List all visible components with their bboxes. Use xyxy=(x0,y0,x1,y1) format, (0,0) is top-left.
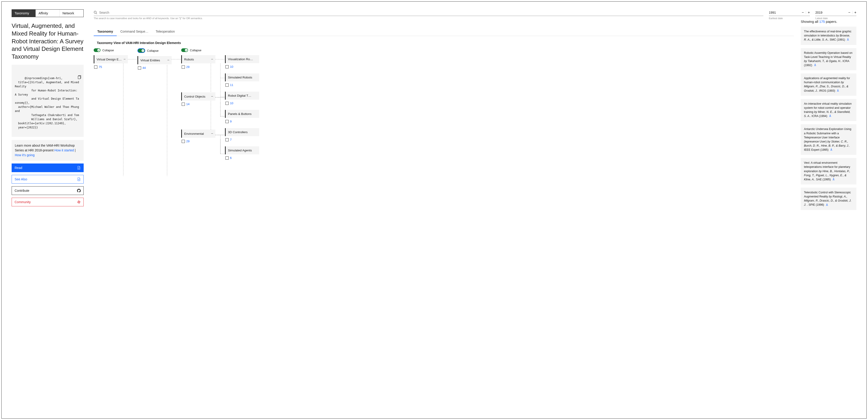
node-count[interactable]: 14 xyxy=(186,102,189,106)
checkbox[interactable] xyxy=(225,84,228,87)
page-title: Virtual, Augmented, and Mixed Reality fo… xyxy=(11,22,84,61)
paper-item[interactable]: Vevi: A virtual environment teleoperatio… xyxy=(801,158,857,184)
node-box[interactable]: Virtual Design E…− xyxy=(94,55,128,63)
subtab-taxonomy[interactable]: Taxonomy xyxy=(94,27,117,36)
subtab-teleop[interactable]: Teleoperation xyxy=(152,27,179,36)
stepper-sep xyxy=(852,11,852,14)
checkbox[interactable] xyxy=(182,65,185,69)
node-box[interactable]: Panels & Buttons xyxy=(225,110,259,118)
year-to-wrap: 2019 −+ Latest date xyxy=(815,9,857,20)
node-count[interactable]: 44 xyxy=(143,66,146,69)
node-box[interactable]: Simulated Agents xyxy=(225,146,259,154)
node-label: Environmental xyxy=(184,132,204,136)
node-count[interactable]: 29 xyxy=(186,65,189,69)
minus-icon[interactable]: − xyxy=(802,11,804,14)
paper-item[interactable]: Antarctic Undersea Exploration Using a R… xyxy=(801,124,857,155)
node-box[interactable]: Virtual Entities− xyxy=(137,56,172,64)
checkbox[interactable] xyxy=(182,102,185,106)
collapse-icon[interactable]: − xyxy=(124,57,126,61)
search-row xyxy=(94,9,764,16)
node-count[interactable]: 29 xyxy=(186,140,189,143)
node-box[interactable]: Robot Digital T… xyxy=(225,92,259,100)
paper-item[interactable]: The effectiveness of real-time graphic s… xyxy=(801,27,857,45)
collapse-icon[interactable]: − xyxy=(211,57,213,61)
copy-icon[interactable] xyxy=(77,67,82,71)
node-count[interactable]: 11 xyxy=(230,83,233,87)
paper-item[interactable]: Robotic Assembly Operation based on Task… xyxy=(801,48,857,70)
node-count[interactable]: 9 xyxy=(230,120,231,123)
tab-network[interactable]: Network xyxy=(60,9,84,17)
node-box[interactable]: Simulated Robots xyxy=(225,73,259,81)
download-icon[interactable] xyxy=(830,148,833,152)
document-icon xyxy=(77,177,81,181)
center-panel: The search is case insensitive and looks… xyxy=(94,9,857,418)
link-how-going[interactable]: How it's going xyxy=(15,153,35,157)
node-sub: 75 xyxy=(94,65,128,69)
plus-icon[interactable]: + xyxy=(808,11,810,14)
node-box[interactable]: 3D Controllers xyxy=(225,128,259,136)
plus-icon[interactable]: + xyxy=(854,11,857,14)
subtab-command[interactable]: Command Seque… xyxy=(117,27,152,36)
node-box[interactable]: Control Objects− xyxy=(181,92,215,100)
contribute-label: Contribute xyxy=(14,189,29,192)
collapse-toggle[interactable] xyxy=(137,48,145,53)
learn-sep: | xyxy=(74,148,76,152)
svg-rect-1 xyxy=(79,201,79,202)
download-icon[interactable] xyxy=(832,177,835,182)
search-input[interactable] xyxy=(99,11,764,14)
bibtex-box: @inproceedings{vam-hri, title={{Virtual,… xyxy=(11,65,84,137)
checkbox[interactable] xyxy=(225,138,228,141)
checkbox[interactable] xyxy=(225,156,228,160)
checkbox[interactable] xyxy=(225,120,228,123)
checkbox[interactable] xyxy=(182,140,185,143)
contribute-button[interactable]: Contribute xyxy=(11,186,84,195)
download-icon[interactable] xyxy=(829,114,832,118)
see-also-button[interactable]: See Also xyxy=(11,175,84,184)
checkbox[interactable] xyxy=(225,102,228,105)
node-label: Visualization Ro… xyxy=(228,57,253,61)
collapse-icon[interactable]: − xyxy=(167,58,169,62)
collapse-icon[interactable]: − xyxy=(211,95,213,98)
learn-more-box: Learn more about the VAM-HRI Workshop Se… xyxy=(11,140,84,161)
node-count[interactable]: 10 xyxy=(230,101,233,105)
checkbox[interactable] xyxy=(94,65,97,69)
year-from-wrap: 1991 −+ Earliest date xyxy=(769,9,810,20)
download-icon[interactable] xyxy=(826,203,829,207)
download-icon[interactable] xyxy=(836,89,839,93)
download-icon[interactable] xyxy=(813,63,817,67)
svg-point-8 xyxy=(79,201,80,201)
node-count[interactable]: 10 xyxy=(230,65,233,68)
collapse-icon[interactable]: − xyxy=(211,132,213,136)
year-from-stepper: −+ xyxy=(802,11,810,14)
minus-icon[interactable]: − xyxy=(848,11,850,14)
node-label: Simulated Agents xyxy=(228,149,252,152)
tree-node: 3D Controllers 7 xyxy=(225,128,259,141)
community-button[interactable]: Community xyxy=(11,198,84,206)
paper-item[interactable]: Applications of augmented reality for hu… xyxy=(801,73,857,96)
checkbox[interactable] xyxy=(225,65,228,68)
node-count[interactable]: 7 xyxy=(230,138,231,141)
node-box[interactable]: Visualization Ro… xyxy=(225,55,259,63)
node-label: Virtual Design E… xyxy=(97,58,122,61)
tab-affinity[interactable]: Affinity xyxy=(36,9,60,17)
tree-columns: Collapse Virtual Design E…− 75 xyxy=(94,48,794,164)
paper-item[interactable]: An interactive virtual reality simulatio… xyxy=(801,99,857,121)
tree-col-4: Visualization Ro… 10 Simulated Robots 11… xyxy=(225,48,259,164)
node-count[interactable]: 6 xyxy=(230,156,231,160)
read-button[interactable]: Read xyxy=(11,163,84,172)
tree-node: Panels & Buttons 9 xyxy=(225,110,259,123)
paper-authors: by Takahashi, T., & Ogata, H. xyxy=(804,60,841,63)
collapse-toggle[interactable] xyxy=(94,48,100,52)
tree-node: Environmental− 29 xyxy=(181,129,215,143)
paper-item[interactable]: Telerobotic Control with Stereoscopic Au… xyxy=(801,188,857,210)
year-from-label: Earliest date xyxy=(769,17,810,20)
collapse-toggle[interactable] xyxy=(181,48,188,52)
checkbox[interactable] xyxy=(138,66,141,69)
node-box[interactable]: Environmental− xyxy=(181,129,215,138)
link-how-started[interactable]: How it started xyxy=(55,148,74,152)
search-wrap: The search is case insensitive and looks… xyxy=(94,9,764,20)
node-count[interactable]: 75 xyxy=(99,65,102,69)
download-icon[interactable] xyxy=(846,38,849,42)
tab-taxonomy[interactable]: Taxonomy xyxy=(12,9,36,17)
node-box[interactable]: Robots− xyxy=(181,55,215,63)
